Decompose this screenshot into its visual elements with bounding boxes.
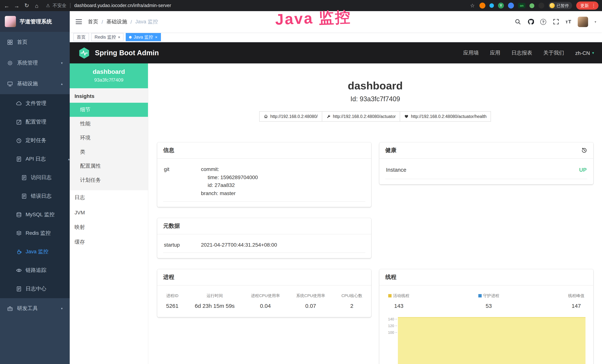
tags-view: 首页 Redis 监控 × Java 监控 × (70, 32, 602, 42)
header-actions: ? тT ▾ (514, 17, 596, 27)
history-icon[interactable] (581, 147, 587, 153)
close-icon[interactable]: × (155, 35, 157, 39)
user-avatar[interactable] (578, 17, 588, 27)
forward-icon[interactable]: → (14, 2, 20, 9)
url-text: dashboard.yudao.iocoder.cn/infra/admin-s… (70, 3, 171, 8)
sidebar-item-infra[interactable]: 基础设施 ▴ (0, 74, 70, 94)
extension-leaf-icon[interactable] (529, 3, 534, 8)
commit-line: id: 27aa832 (201, 182, 258, 190)
service-url-link[interactable]: http://192.168.0.2:48080/ (259, 111, 322, 122)
chart-plot-area (398, 316, 587, 364)
sba-item-config-props[interactable]: 配置属性 (70, 159, 148, 173)
extension-drop-icon[interactable] (489, 3, 494, 8)
sba-nav-wallboard[interactable]: 应用墙 (463, 50, 479, 56)
sidebar-item-config-manage[interactable]: 配置管理 (0, 113, 70, 131)
stat-value: 2 (341, 303, 362, 309)
extension-fox-icon[interactable] (479, 3, 485, 9)
sba-nav-about[interactable]: 关于我们 (543, 50, 564, 56)
extension-grid-icon[interactable] (508, 3, 514, 9)
toolbox-icon (7, 306, 13, 311)
sidebar-item-java-monitor[interactable]: Java 监控 (0, 243, 70, 261)
sidebar-item-redis-monitor[interactable]: Redis 监控 (0, 224, 70, 243)
row-key: startup (164, 241, 201, 249)
sidebar-item-file-manage[interactable]: 文件管理 (0, 94, 70, 113)
cloud-icon (16, 100, 22, 107)
reload-icon[interactable]: ↻ (24, 2, 30, 9)
bookmark-star-icon[interactable]: ☆ (469, 3, 475, 9)
page-subtitle: Id: 93a3fc7f7409 (157, 95, 593, 103)
sba-nav-applications[interactable]: 应用 (490, 50, 500, 56)
sidebar-item-mysql-monitor[interactable]: MySQL 监控 (0, 205, 70, 224)
chevron-down-icon: ▾ (61, 61, 63, 65)
tab-redis-monitor[interactable]: Redis 监控 × (91, 33, 124, 41)
sidebar-item-access-log[interactable]: 访问日志 (0, 168, 70, 187)
extension-switch-on-icon[interactable]: on (518, 3, 526, 8)
stat-value: 53 (478, 303, 499, 309)
back-icon[interactable]: ← (4, 2, 10, 9)
avatar-caret-icon[interactable]: ▾ (595, 20, 596, 23)
tab-label: 首页 (77, 34, 86, 40)
sidebar-item-dev-tools[interactable]: 研发工具 ▾ (0, 298, 70, 319)
card-title: 信息 (163, 147, 174, 154)
health-url-link[interactable]: http://192.168.0.2:48080/actuator/health (400, 111, 491, 122)
tab-java-monitor[interactable]: Java 监控 × (126, 33, 161, 41)
screen: ← → ↻ ⌂ ⚠ 不安全 dashboard.yudao.iocoder.cn… (0, 0, 602, 364)
sba-item-metrics[interactable]: 性能 (70, 117, 148, 131)
hamburger-icon[interactable] (76, 19, 82, 24)
sidebar-item-log-center[interactable]: 日志中心 (0, 280, 70, 298)
monitor-icon (7, 81, 13, 87)
instance-block[interactable]: dashboard 93a3fc7f7409 (70, 64, 148, 88)
info-card: 信息 git commit: time: 1596289704000 id: 2… (157, 142, 371, 207)
commit-line: time: 1596289704000 (201, 173, 258, 181)
sidebar-item-home[interactable]: 首页 (0, 32, 70, 53)
instance-id: 93a3fc7f7409 (73, 77, 145, 83)
sidebar-item-tracing[interactable]: 链路追踪 (0, 261, 70, 280)
address-bar[interactable]: ⚠ 不安全 dashboard.yudao.iocoder.cn/infra/a… (46, 2, 465, 9)
actuator-url-link[interactable]: http://192.168.0.2:48080/actuator (322, 111, 400, 122)
search-icon[interactable] (514, 18, 521, 25)
breadcrumb-separator: / (130, 19, 132, 25)
update-button[interactable]: 更新 ⋮ (576, 1, 599, 10)
java-cup-icon (16, 249, 22, 255)
sba-item-environment[interactable]: 环境 (70, 131, 148, 145)
home-icon[interactable]: ⌂ (34, 2, 40, 9)
y-tick: 100 (388, 331, 394, 334)
sba-item-classes[interactable]: 类 (70, 145, 148, 159)
help-icon[interactable]: ? (540, 19, 546, 25)
sidebar-item-system[interactable]: 系统管理 ▾ (0, 53, 70, 74)
sba-item-mappings[interactable]: 映射 (70, 220, 148, 235)
sidebar-item-error-log[interactable]: 错误日志 (0, 187, 70, 205)
fullscreen-icon[interactable] (552, 18, 559, 25)
font-size-icon[interactable]: тT (566, 18, 572, 25)
app-header: 首页 / 基础设施 / Java 监控 ? тT ▾ (70, 11, 602, 32)
sba-main: dashboard Id: 93a3fc7f7409 http://192.16… (148, 64, 602, 364)
sidebar-item-scheduled-jobs[interactable]: 定时任务 (0, 131, 70, 150)
locale-select[interactable]: zh-CN ▾ (575, 50, 594, 56)
sidebar-item-label: 日志中心 (26, 286, 46, 292)
breadcrumb-home[interactable]: 首页 (88, 18, 98, 25)
sidebar-item-label: 首页 (17, 39, 27, 46)
sba-item-scheduled-tasks[interactable]: 计划任务 (70, 173, 148, 187)
sba-item-caches[interactable]: 缓存 (70, 235, 148, 250)
profile-paused-badge[interactable]: 已暂停 (548, 2, 572, 9)
sba-item-jvm[interactable]: JVM (70, 205, 148, 220)
github-icon[interactable] (527, 18, 534, 25)
row-key: Instance (386, 167, 406, 173)
extension-green-y-icon[interactable]: Y (498, 3, 504, 9)
database-icon (16, 212, 22, 218)
stat-label: 守护进程 (483, 293, 499, 299)
sba-brand: Spring Boot Admin (95, 49, 159, 57)
app-logo[interactable]: 芋道管理系统 (0, 11, 70, 32)
sidebar-item-api-log[interactable]: API 日志 ▴ (0, 150, 70, 168)
stat-pid: 进程ID 5261 (166, 293, 179, 309)
sba-nav: 应用墙 应用 日志报表 关于我们 zh-CN ▾ (463, 50, 594, 56)
sba-nav-journal[interactable]: 日志报表 (512, 50, 532, 56)
tab-home[interactable]: 首页 (74, 33, 89, 41)
live-threads-area (398, 317, 585, 364)
sba-item-details[interactable]: 细节 (70, 103, 148, 117)
extension-dark-icon[interactable] (538, 3, 544, 9)
breadcrumb-infra[interactable]: 基础设施 (107, 18, 127, 25)
close-icon[interactable]: × (118, 35, 120, 39)
sba-item-logs[interactable]: 日志 (70, 190, 148, 205)
browser-menu-icon[interactable]: ⋮ (591, 3, 596, 8)
